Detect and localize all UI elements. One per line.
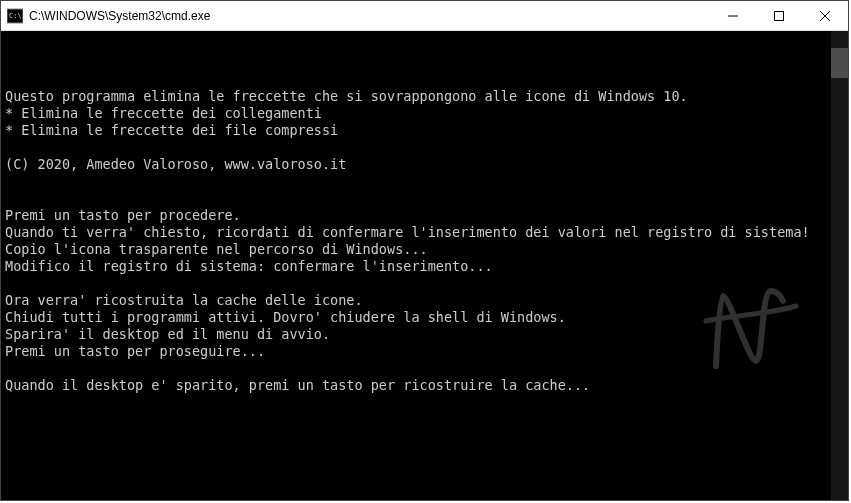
window-title: C:\WINDOWS\System32\cmd.exe [29, 9, 710, 23]
window-controls [710, 1, 848, 30]
console-line: Copio l'icona trasparente nel percorso d… [5, 241, 829, 258]
cmd-icon: C:\ [7, 8, 23, 24]
console-line [5, 190, 829, 207]
console-line: Chiudi tutti i programmi attivi. Dovro' … [5, 309, 829, 326]
console-line: Modifico il registro di sistema: conferm… [5, 258, 829, 275]
console-line [5, 360, 829, 377]
console-line: Ora verra' ricostruita la cache delle ic… [5, 292, 829, 309]
minimize-button[interactable] [710, 1, 756, 30]
console-line: * Elimina le freccette dei collegamenti [5, 105, 829, 122]
svg-text:C:\: C:\ [9, 12, 22, 20]
console-line: Premi un tasto per procedere. [5, 207, 829, 224]
console-line [5, 173, 829, 190]
cmd-window: C:\ C:\WINDOWS\System32\cmd.exe Questo p… [0, 0, 849, 501]
console-line: Quando il desktop e' sparito, premi un t… [5, 377, 829, 394]
scrollbar-thumb[interactable] [831, 48, 848, 78]
titlebar[interactable]: C:\ C:\WINDOWS\System32\cmd.exe [1, 1, 848, 31]
console-output[interactable]: Questo programma elimina le freccette ch… [1, 31, 831, 500]
console-line: Quando ti verra' chiesto, ricordati di c… [5, 224, 829, 241]
console-line: Sparira' il desktop ed il menu di avvio. [5, 326, 829, 343]
console-line [5, 139, 829, 156]
console-line: (C) 2020, Amedeo Valoroso, www.valoroso.… [5, 156, 829, 173]
console-line: * Elimina le freccette dei file compress… [5, 122, 829, 139]
maximize-button[interactable] [756, 1, 802, 30]
vertical-scrollbar[interactable] [831, 31, 848, 500]
console-line: Questo programma elimina le freccette ch… [5, 88, 829, 105]
console-line: Premi un tasto per proseguire... [5, 343, 829, 360]
client-area: Questo programma elimina le freccette ch… [1, 31, 848, 500]
svg-rect-3 [775, 11, 784, 20]
close-button[interactable] [802, 1, 848, 30]
console-line [5, 275, 829, 292]
